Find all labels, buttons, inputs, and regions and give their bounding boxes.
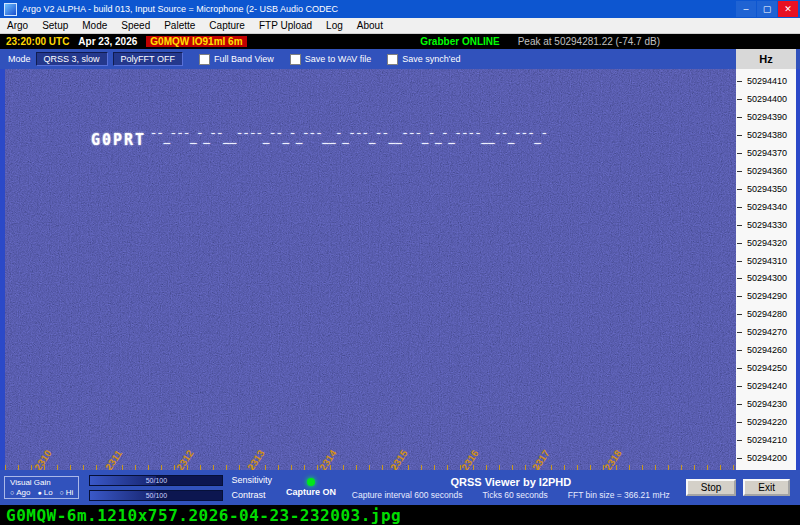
menu-item[interactable]: Mode xyxy=(75,20,114,31)
spectrogram: G0PRT ¯¯_¯¯¯_¯_¯¯__¯¯¯¯_¯¯_¯_¯¯¯__¯_¯¯¯_… xyxy=(5,69,736,470)
toolbar: Mode QRSS 3, slow PolyFFT OFF Full Band … xyxy=(0,49,800,69)
checkbox-group: Save to WAV file xyxy=(290,54,372,65)
center-info: QRSS Viewer by I2PHD Capture interval 60… xyxy=(336,476,686,500)
mode-value: QRSS 3, slow xyxy=(36,52,108,66)
radio-icon[interactable]: ● xyxy=(37,489,41,496)
tick-mark xyxy=(737,296,742,297)
menu-item[interactable]: Speed xyxy=(114,20,157,31)
checkbox-group: Save synch'ed xyxy=(387,54,460,65)
time-axis: 2310 2311 2312 2313 2314 2315 2316 2317 … xyxy=(35,444,627,464)
toolbar-checkboxes: Full Band View Save to WAV file Save syn… xyxy=(183,54,461,65)
frequency-value: 50294270 xyxy=(747,327,787,337)
capture-led-icon xyxy=(307,478,315,486)
minimize-button[interactable]: – xyxy=(736,1,756,17)
checkbox-label: Full Band View xyxy=(214,54,274,64)
time-tick-marks xyxy=(5,465,736,470)
exit-button[interactable]: Exit xyxy=(743,479,790,496)
trace-morse-pattern: ¯¯_¯¯¯_¯_¯¯__¯¯¯¯_¯¯_¯_¯¯¯__¯_¯¯¯_¯¯__¯¯… xyxy=(150,131,547,144)
frequency-label: 50294210 xyxy=(736,431,796,449)
peak-readout: Peak at 50294281.22 (-74.7 dB) xyxy=(518,36,660,47)
checkbox[interactable] xyxy=(387,54,398,65)
tick-mark xyxy=(737,278,742,279)
frequency-value: 50294330 xyxy=(747,220,787,230)
menu-item[interactable]: Log xyxy=(319,20,350,31)
tick-mark xyxy=(737,99,742,100)
frequency-label: 50294200 xyxy=(736,449,796,467)
waterfall-noise xyxy=(5,69,736,470)
sensitivity-slider[interactable]: 50/100 xyxy=(89,475,223,486)
tick-mark xyxy=(737,243,742,244)
close-button[interactable]: ✕ xyxy=(778,1,798,17)
frequency-label: 50294320 xyxy=(736,234,796,252)
menu-item[interactable]: FTP Upload xyxy=(252,20,319,31)
menu-item[interactable]: Argo xyxy=(0,20,35,31)
frequency-value: 50294220 xyxy=(747,417,787,427)
tick-mark xyxy=(737,225,742,226)
frequency-value: 50294280 xyxy=(747,309,787,319)
checkbox-group: Full Band View xyxy=(199,54,274,65)
capture-info-item: FFT bin size = 366.21 mHz xyxy=(568,490,670,500)
frequency-value: 50294290 xyxy=(747,291,787,301)
capture-info-item: Ticks 60 seconds xyxy=(482,490,547,500)
stop-button[interactable]: Stop xyxy=(686,479,737,496)
frequency-label: 50294290 xyxy=(736,287,796,305)
sensitivity-slider-value: 50/100 xyxy=(146,477,167,484)
tick-mark xyxy=(737,422,742,423)
date-label: Apr 23, 2026 xyxy=(78,36,137,47)
menu-item[interactable]: Palette xyxy=(157,20,202,31)
menu-item[interactable]: Setup xyxy=(35,20,75,31)
tick-mark xyxy=(737,207,742,208)
polyfft-toggle[interactable]: PolyFFT OFF xyxy=(113,52,183,66)
capture-status: Capture ON xyxy=(286,487,336,497)
checkbox[interactable] xyxy=(290,54,301,65)
tick-mark xyxy=(737,135,742,136)
trace-callsign: G0PRT xyxy=(91,131,146,149)
frequency-label: 50294220 xyxy=(736,413,796,431)
frequency-label: 50294240 xyxy=(736,377,796,395)
radio-option[interactable]: ○ Hi xyxy=(60,488,74,497)
radio-option[interactable]: ● Lo xyxy=(37,488,52,497)
frequency-value: 50294410 xyxy=(747,76,787,86)
frequency-value: 50294260 xyxy=(747,345,787,355)
menu-item[interactable]: Capture xyxy=(202,20,252,31)
tick-mark xyxy=(737,189,742,190)
tick-mark xyxy=(737,261,742,262)
frequency-value: 50294320 xyxy=(747,238,787,248)
contrast-label: Contrast xyxy=(231,490,272,500)
visual-gain-box: Visual Gain ○ Ago ● Lo ○ Hi xyxy=(4,476,79,499)
main-area: G0PRT ¯¯_¯¯¯_¯_¯¯__¯¯¯¯_¯¯_¯_¯¯¯__¯_¯¯¯_… xyxy=(0,69,800,470)
frequency-value: 50294230 xyxy=(747,399,787,409)
radio-icon[interactable]: ○ xyxy=(60,489,64,496)
radio-label: Hi xyxy=(66,488,74,497)
frequency-value: 50294210 xyxy=(747,435,787,445)
app-icon xyxy=(4,3,17,16)
tick-mark xyxy=(737,368,742,369)
qrss-signal-trace: G0PRT ¯¯_¯¯¯_¯_¯¯__¯¯¯¯_¯¯_¯_¯¯¯__¯_¯¯¯_… xyxy=(91,131,548,149)
checkbox[interactable] xyxy=(199,54,210,65)
frequency-label: 50294390 xyxy=(736,108,796,126)
contrast-slider[interactable]: 50/100 xyxy=(89,490,223,501)
contrast-slider-value: 50/100 xyxy=(146,492,167,499)
maximize-button[interactable]: ▢ xyxy=(757,1,777,17)
station-callsign: G0MQW IO91ml 6m xyxy=(146,36,246,47)
hz-unit-label: Hz xyxy=(736,49,796,69)
frequency-label: 50294410 xyxy=(736,72,796,90)
frequency-value: 50294240 xyxy=(747,381,787,391)
menu-bar: Argo Setup Mode Speed Palette Capture FT… xyxy=(0,18,800,34)
tick-mark xyxy=(737,350,742,351)
tick-mark xyxy=(737,81,742,82)
frequency-label: 50294250 xyxy=(736,359,796,377)
frequency-value: 50294360 xyxy=(747,166,787,176)
tick-mark xyxy=(737,440,742,441)
checkbox-label: Save synch'ed xyxy=(402,54,460,64)
frequency-label: 50294260 xyxy=(736,341,796,359)
control-panel: Visual Gain ○ Ago ● Lo ○ Hi xyxy=(0,470,800,505)
frequency-label: 50294230 xyxy=(736,395,796,413)
window-title: Argo V2 ALPHA - build 013, Input Source … xyxy=(22,4,735,14)
menu-item[interactable]: About xyxy=(350,20,390,31)
radio-option[interactable]: ○ Ago xyxy=(10,488,30,497)
capture-filename: G0MQW-6m.1210x757.2026-04-23-232003.jpg xyxy=(6,506,401,525)
radio-icon[interactable]: ○ xyxy=(10,489,14,496)
radio-label: Ago xyxy=(16,488,30,497)
tick-mark xyxy=(737,314,742,315)
